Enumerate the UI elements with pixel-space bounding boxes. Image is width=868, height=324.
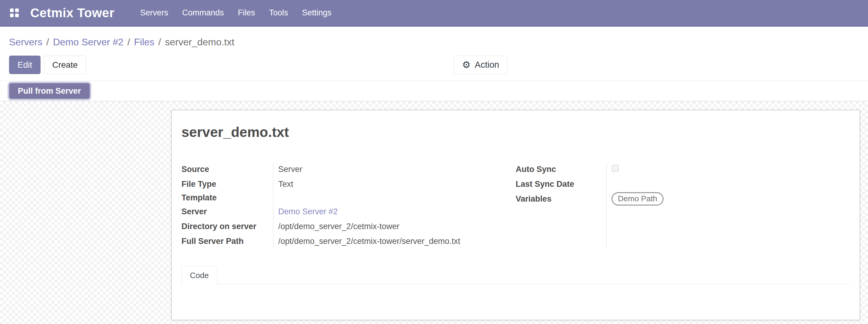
field-label-auto-sync: Auto Sync <box>516 164 607 175</box>
apps-grid-icon[interactable] <box>7 6 21 20</box>
record-title: server_demo.txt <box>182 124 850 140</box>
breadcrumb-files[interactable]: Files <box>134 36 155 48</box>
field-label-template: Template <box>182 193 273 203</box>
field-row-template: Template <box>182 192 516 204</box>
nav-item-tools[interactable]: Tools <box>262 0 295 26</box>
breadcrumb-servers[interactable]: Servers <box>9 36 42 48</box>
field-value-source: Server <box>273 164 516 175</box>
action-menu-button[interactable]: ⚙ Action <box>454 56 507 74</box>
edit-button[interactable]: Edit <box>9 56 40 74</box>
tab-code[interactable]: Code <box>182 266 217 284</box>
breadcrumb-separator: / <box>158 36 161 48</box>
breadcrumb-demo-server-2[interactable]: Demo Server #2 <box>53 36 123 48</box>
field-row-auto-sync: Auto Sync <box>516 162 830 177</box>
field-label-last-sync-date: Last Sync Date <box>516 179 607 190</box>
main-menu: Servers Commands Files Tools Settings <box>133 0 338 26</box>
top-navbar: Cetmix Tower Servers Commands Files Tool… <box>0 0 868 27</box>
gear-icon: ⚙ <box>462 60 471 69</box>
pull-from-server-button[interactable]: Pull from Server <box>9 83 90 99</box>
field-value-file-type: Text <box>273 179 516 190</box>
field-row-last-sync-date: Last Sync Date <box>516 177 830 192</box>
field-label-source: Source <box>182 164 273 175</box>
field-value-variables: Demo Path <box>607 192 830 205</box>
field-groups: Source Server File Type Text Template Se… <box>182 162 850 249</box>
control-panel: Servers / Demo Server #2 / Files / serve… <box>0 27 868 74</box>
form-view-background: server_demo.txt Source Server File Type … <box>0 101 868 324</box>
field-label-variables: Variables <box>516 194 607 204</box>
left-field-group: Source Server File Type Text Template Se… <box>182 162 516 249</box>
field-row-file-type: File Type Text <box>182 177 516 192</box>
apps-grid-square <box>15 13 19 17</box>
field-value-auto-sync <box>607 164 830 175</box>
breadcrumb-separator: / <box>127 36 130 48</box>
field-value-server-link[interactable]: Demo Server #2 <box>273 207 516 217</box>
field-row-source: Source Server <box>182 162 516 177</box>
nav-item-settings[interactable]: Settings <box>295 0 338 26</box>
nav-item-files[interactable]: Files <box>231 0 262 26</box>
apps-grid-square <box>10 13 13 17</box>
form-statusbar: Pull from Server <box>0 81 868 101</box>
tab-header: Code <box>182 266 850 284</box>
apps-grid-square <box>15 8 19 12</box>
field-label-full-server-path: Full Server Path <box>182 236 273 247</box>
notebook: Code <box>182 266 850 284</box>
field-value-directory: /opt/demo_server_2/cetmix-tower <box>273 222 516 232</box>
form-sheet: server_demo.txt Source Server File Type … <box>171 110 860 320</box>
field-value-full-server-path: /opt/demo_server_2/cetmix-tower/server_d… <box>273 236 516 247</box>
auto-sync-checkbox[interactable] <box>612 165 619 172</box>
field-label-file-type: File Type <box>182 179 273 190</box>
nav-item-servers[interactable]: Servers <box>133 0 175 26</box>
field-row-directory: Directory on server /opt/demo_server_2/c… <box>182 219 516 234</box>
breadcrumb-separator: / <box>46 36 49 48</box>
right-field-group: Auto Sync Last Sync Date Variables Demo … <box>516 162 830 249</box>
app-brand-title[interactable]: Cetmix Tower <box>30 6 114 20</box>
field-label-directory: Directory on server <box>182 222 273 232</box>
breadcrumb: Servers / Demo Server #2 / Files / serve… <box>9 27 859 48</box>
field-row-full-server-path: Full Server Path /opt/demo_server_2/cetm… <box>182 234 516 249</box>
action-menu-label: Action <box>475 60 499 70</box>
control-panel-buttons: Edit Create ⚙ Action <box>9 56 859 74</box>
field-row-variables: Variables Demo Path <box>516 192 830 206</box>
breadcrumb-current: server_demo.txt <box>165 36 234 48</box>
nav-item-commands[interactable]: Commands <box>175 0 231 26</box>
create-button[interactable]: Create <box>44 56 86 74</box>
field-row-server: Server Demo Server #2 <box>182 204 516 219</box>
apps-grid-square <box>10 8 13 12</box>
field-label-server: Server <box>182 207 273 217</box>
variable-tag-demo-path: Demo Path <box>612 192 663 205</box>
